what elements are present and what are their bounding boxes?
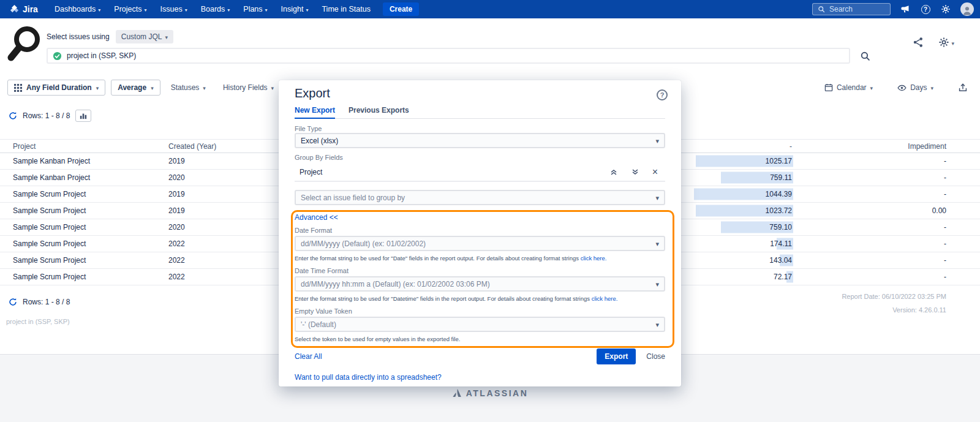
date-format-label: Date Format xyxy=(295,227,665,234)
chevron-down-icon xyxy=(870,83,873,92)
rows-info-bottom: Rows: 1 - 8 / 8 xyxy=(9,298,70,306)
advanced-toggle-link[interactable]: Advanced << xyxy=(295,213,665,222)
search-icon xyxy=(860,51,870,61)
modal-help-button[interactable] xyxy=(657,89,668,100)
refresh-button[interactable] xyxy=(9,298,17,306)
spreadsheet-link[interactable]: Want to pull data directly into a spread… xyxy=(295,373,665,382)
remove-group-field-button[interactable] xyxy=(652,167,658,177)
share-button[interactable] xyxy=(913,37,924,48)
help-icon xyxy=(921,5,930,14)
tab-previous-exports[interactable]: Previous Exports xyxy=(349,106,409,118)
nav-item-dashboards[interactable]: Dashboards xyxy=(48,0,107,18)
move-bottom-button[interactable] xyxy=(631,168,639,176)
close-button[interactable]: Close xyxy=(646,352,665,361)
header-impediment[interactable]: Impediment xyxy=(793,142,946,151)
file-type-select[interactable]: Excel (xlsx) xyxy=(295,133,665,148)
empty-value-token-select[interactable]: '-' (Default) xyxy=(295,317,665,332)
cell-value: 72.17 xyxy=(680,273,793,281)
chevron-down-icon xyxy=(306,5,308,13)
history-fields-dropdown[interactable]: History Fields xyxy=(218,80,279,95)
cell-value: 759.10 xyxy=(680,223,793,232)
chevron-down-icon xyxy=(930,83,933,92)
value-text: 1023.72 xyxy=(766,206,793,215)
create-button[interactable]: Create xyxy=(383,2,419,16)
settings-button[interactable] xyxy=(940,4,951,15)
user-avatar[interactable] xyxy=(960,2,974,16)
click-here-link[interactable]: click here. xyxy=(592,295,618,302)
tab-new-export[interactable]: New Export xyxy=(295,106,335,119)
cell-impediment: 0.00 xyxy=(793,206,946,215)
nav-label: Boards xyxy=(201,5,225,13)
nav-label: Plans xyxy=(243,5,262,13)
nav-item-boards[interactable]: Boards xyxy=(194,0,237,18)
date-format-select[interactable]: dd/MM/yyyy (Default) (ex: 01/02/2002) xyxy=(295,236,665,251)
date-time-format-value: dd/MM/yyyy hh:mm a (Default) (ex: 01/02/… xyxy=(301,280,490,288)
chevron-down-icon xyxy=(151,83,154,92)
query-mode-dropdown[interactable]: Custom JQL xyxy=(116,30,173,43)
run-query-button[interactable] xyxy=(860,51,870,61)
date-format-help: Enter the format string to be used for "… xyxy=(295,255,665,262)
refresh-button[interactable] xyxy=(9,111,17,120)
move-top-button[interactable] xyxy=(609,168,618,176)
aggregation-label: Average xyxy=(118,83,146,92)
value-text: 759.11 xyxy=(770,173,793,182)
chevron-down-icon xyxy=(96,83,99,92)
empty-value-token-label: Empty Value Token xyxy=(295,307,665,315)
help-text: Enter the format string to be used for "… xyxy=(295,255,581,262)
aggregation-dropdown[interactable]: Average xyxy=(111,80,160,96)
clear-all-link[interactable]: Clear All xyxy=(295,352,322,361)
field-duration-dropdown[interactable]: Any Field Duration xyxy=(7,80,105,96)
days-dropdown[interactable]: Days xyxy=(892,80,938,96)
date-time-format-select[interactable]: dd/MM/yyyy hh:mm a (Default) (ex: 01/02/… xyxy=(295,276,665,292)
toolbar-right: Calendar Days xyxy=(820,80,973,96)
help-button[interactable] xyxy=(920,4,931,15)
date-time-format-help: Enter the format string to be used for "… xyxy=(295,295,665,302)
nav-item-insight[interactable]: Insight xyxy=(274,0,315,18)
nav-item-plans[interactable]: Plans xyxy=(236,0,274,18)
nav-right: Search xyxy=(812,2,974,16)
header-project[interactable]: Project xyxy=(0,142,168,151)
announcements-button[interactable] xyxy=(900,4,911,15)
click-here-link[interactable]: click here. xyxy=(581,255,607,262)
chart-view-button[interactable] xyxy=(75,110,91,122)
refresh-icon xyxy=(9,111,17,120)
select-issues-label: Select issues using xyxy=(47,32,110,41)
chevron-down-icon xyxy=(271,83,274,92)
cell-project: Sample Scrum Project xyxy=(0,190,168,198)
nav-item-projects[interactable]: Projects xyxy=(107,0,153,18)
export-button[interactable]: Export xyxy=(597,349,636,364)
history-fields-label: History Fields xyxy=(223,83,268,92)
jira-brand[interactable]: Jira xyxy=(10,4,38,14)
chevron-down-icon xyxy=(98,5,100,13)
double-chevron-up-icon xyxy=(609,168,618,176)
settings-dropdown[interactable] xyxy=(938,37,954,48)
cell-value: 143.04 xyxy=(680,256,793,265)
cell-project: Sample Scrum Project xyxy=(0,223,168,232)
nav-item-time-in-status[interactable]: Time in Status xyxy=(315,0,377,18)
bar-chart-icon xyxy=(80,112,87,119)
file-type-label: File Type xyxy=(295,125,665,132)
cell-project: Sample Scrum Project xyxy=(0,239,168,248)
calendar-dropdown[interactable]: Calendar xyxy=(820,80,878,95)
version-label: Version: 4.26.0.11 xyxy=(842,303,946,317)
calendar-icon xyxy=(824,83,833,92)
cell-project: Sample Scrum Project xyxy=(0,273,168,281)
group-by-select[interactable]: Select an issue field to group by xyxy=(295,190,665,205)
value-text: 1044.39 xyxy=(766,190,793,198)
nav-label: Dashboards xyxy=(55,5,96,13)
issue-source-row: Select issues using Custom JQL xyxy=(47,30,173,43)
jql-search-logo xyxy=(6,24,43,64)
jql-query-input[interactable]: project in (SSP, SKP) xyxy=(47,48,850,64)
eye-icon xyxy=(897,83,907,92)
grid-icon xyxy=(14,84,22,92)
cell-value: 1025.17 xyxy=(680,157,793,165)
header-value[interactable]: - xyxy=(680,142,793,151)
nav-search-input[interactable]: Search xyxy=(812,3,891,15)
nav-item-issues[interactable]: Issues xyxy=(154,0,194,18)
cell-project: Sample Scrum Project xyxy=(0,256,168,265)
days-label: Days xyxy=(910,83,927,92)
statuses-dropdown[interactable]: Statuses xyxy=(166,80,211,95)
nav-label: Insight xyxy=(281,5,304,13)
export-report-button[interactable] xyxy=(953,80,973,96)
date-time-format-label: Date Time Format xyxy=(295,267,665,274)
